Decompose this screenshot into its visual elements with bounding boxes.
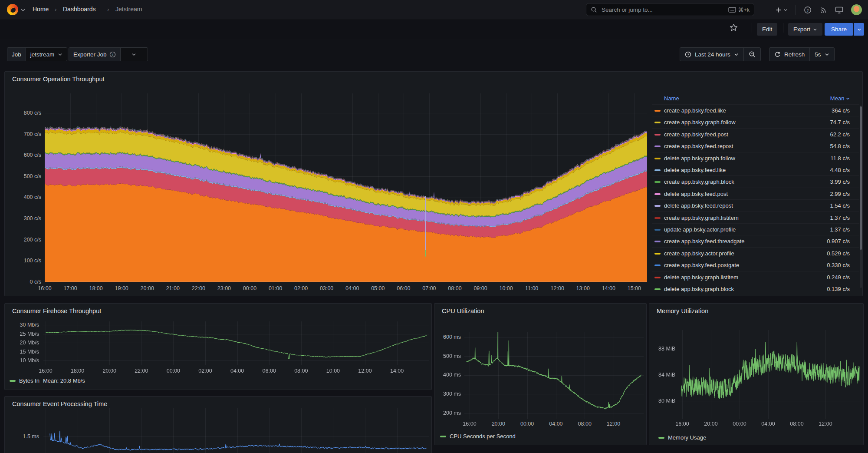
consumer-firehose-throughput-chart[interactable] — [43, 321, 429, 365]
kiosk-monitor-icon[interactable] — [835, 6, 843, 14]
panel-title[interactable]: Consumer Firehose Throughput — [12, 308, 101, 314]
series-name[interactable]: delete app.bsky.feed.like — [664, 167, 726, 173]
search-input[interactable] — [601, 6, 728, 13]
y-tick-label: 800 c/s — [7, 109, 41, 116]
series-name[interactable]: delete app.bsky.feed.post — [664, 191, 728, 197]
series-name[interactable]: update app.bsky.actor.profile — [664, 226, 736, 233]
panel-title[interactable]: Consumer Operation Throughput — [12, 76, 105, 83]
share-button[interactable]: Share — [825, 23, 853, 36]
legend-row[interactable]: update app.bsky.actor.profile1.37 c/s — [652, 223, 859, 235]
panel-title[interactable]: Consumer Event Processing Time — [12, 400, 107, 407]
cpu-legend-item[interactable]: CPU Seconds per Second — [440, 433, 516, 440]
edit-button[interactable]: Edit — [757, 23, 777, 36]
panel-title[interactable]: Memory Utilization — [657, 308, 708, 314]
star-icon[interactable] — [729, 23, 738, 32]
legend-row[interactable]: create app.bsky.feed.postgate0.330 c/s — [652, 259, 859, 271]
exporter-job-variable-value[interactable] — [120, 48, 148, 61]
news-rss-icon[interactable] — [819, 6, 827, 14]
series-name[interactable]: delete app.bsky.graph.listitem — [664, 274, 738, 281]
series-name[interactable]: create app.bsky.actor.profile — [664, 250, 734, 257]
export-button[interactable]: Export — [788, 23, 822, 36]
series-name[interactable]: create app.bsky.graph.follow — [664, 119, 736, 126]
series-name[interactable]: create app.bsky.feed.threadgate — [664, 238, 745, 245]
job-variable[interactable]: Job jetstream — [7, 47, 67, 61]
series-swatch — [654, 145, 661, 147]
refresh-button[interactable]: Refresh — [769, 48, 809, 61]
cpu-utilization-chart[interactable] — [464, 332, 644, 419]
series-name[interactable]: create app.bsky.feed.postgate — [664, 262, 739, 268]
series-mean-value: 364 c/s — [832, 107, 850, 114]
help-icon[interactable]: ? — [804, 6, 812, 14]
breadcrumb-separator: › — [55, 6, 56, 13]
x-tick-label: 06:00 — [391, 285, 417, 292]
legend-row[interactable]: delete app.bsky.feed.repost1.54 c/s — [652, 199, 859, 212]
chevron-down-icon — [734, 53, 739, 56]
x-tick-label: 20:00 — [486, 420, 510, 427]
series-name[interactable]: create app.bsky.graph.block — [664, 179, 734, 185]
series-name[interactable]: delete app.bsky.graph.follow — [664, 155, 735, 162]
grafana-logo-icon[interactable] — [7, 4, 18, 15]
memory-legend-item[interactable]: Memory Usage — [658, 434, 706, 441]
svg-text:i: i — [112, 53, 113, 56]
legend-row[interactable]: create app.bsky.graph.block3.99 c/s — [652, 175, 859, 188]
svg-text:?: ? — [806, 8, 809, 12]
firehose-legend-item[interactable]: Bytes In Mean: 20.8 Mb/s — [10, 377, 85, 384]
legend-row[interactable]: create app.bsky.actor.profile0.529 c/s — [652, 247, 859, 259]
legend-scrollbar-thumb[interactable] — [860, 106, 862, 250]
legend-row[interactable]: delete app.bsky.feed.post2.99 c/s — [652, 188, 859, 200]
legend-mean-header[interactable]: Mean — [830, 95, 850, 102]
y-tick-label: 200 ms — [430, 410, 461, 417]
legend-row[interactable]: create app.bsky.graph.listitem1.37 c/s — [652, 212, 859, 224]
search-box[interactable]: ⌘+k — [586, 3, 754, 16]
x-tick-label: 03:00 — [314, 285, 340, 292]
breadcrumb-dashboards[interactable]: Dashboards — [63, 6, 96, 13]
series-mean-value: 1.54 c/s — [830, 202, 850, 209]
legend-row[interactable]: delete app.bsky.graph.follow11.8 c/s — [652, 152, 859, 164]
series-name[interactable]: create app.bsky.feed.post — [664, 131, 728, 138]
refresh-interval-picker[interactable]: 5s — [810, 48, 834, 61]
series-swatch — [654, 193, 661, 195]
consumer-event-processing-time-chart[interactable] — [43, 408, 429, 453]
series-name[interactable]: create app.bsky.feed.repost — [664, 143, 733, 149]
toolbar-divider — [783, 23, 783, 33]
legend-row[interactable]: create app.bsky.feed.post62.2 c/s — [652, 128, 859, 140]
job-variable-value[interactable]: jetstream — [26, 48, 67, 61]
legend-row[interactable]: create app.bsky.feed.threadgate0.907 c/s — [652, 235, 859, 247]
legend-row[interactable]: delete app.bsky.feed.like4.48 c/s — [652, 164, 859, 176]
series-mean-value: 0.907 c/s — [827, 238, 850, 245]
legend-row[interactable]: create app.bsky.graph.follow74.7 c/s — [652, 116, 859, 128]
legend-row[interactable]: create app.bsky.feed.repost54.8 c/s — [652, 140, 859, 152]
x-tick-label: 22:00 — [129, 367, 154, 374]
series-swatch — [440, 436, 446, 437]
org-chevron-down-icon[interactable] — [20, 8, 26, 12]
x-tick-label: 04:00 — [544, 420, 568, 427]
time-range-picker[interactable]: Last 24 hours — [680, 48, 743, 61]
zoom-out-button[interactable] — [744, 48, 760, 61]
breadcrumb-home[interactable]: Home — [33, 6, 49, 13]
memory-utilization-chart[interactable] — [679, 330, 861, 419]
legend-row[interactable]: delete app.bsky.graph.listitem0.249 c/s — [652, 271, 859, 283]
share-dropdown-button[interactable] — [854, 23, 864, 36]
refresh-icon — [774, 51, 781, 58]
panel-title[interactable]: CPU Utilization — [442, 308, 484, 314]
series-name[interactable]: delete app.bsky.feed.repost — [664, 202, 733, 209]
add-new-button[interactable] — [775, 7, 788, 13]
series-swatch — [654, 229, 661, 231]
legend-row[interactable]: delete app.bsky.graph.block0.139 c/s — [652, 283, 859, 294]
chevron-down-icon — [783, 8, 788, 12]
x-tick-label: 06:00 — [257, 367, 281, 374]
toolbar-divider — [752, 23, 752, 33]
series-name[interactable]: create app.bsky.feed.like — [664, 107, 726, 114]
series-name[interactable]: delete app.bsky.graph.block — [664, 286, 734, 292]
consumer-operation-throughput-chart[interactable] — [45, 93, 647, 282]
series-swatch — [10, 380, 16, 382]
x-tick-label: 04:00 — [339, 285, 365, 292]
legend-name-header[interactable]: Name — [664, 95, 679, 102]
exporter-job-variable[interactable]: Exporter Job i — [69, 47, 148, 61]
refresh-controls: Refresh 5s — [769, 47, 835, 61]
legend-row[interactable]: create app.bsky.feed.like364 c/s — [652, 104, 859, 116]
series-swatch — [654, 134, 661, 136]
series-name[interactable]: create app.bsky.graph.listitem — [664, 215, 739, 221]
x-tick-label: 00:00 — [237, 285, 263, 292]
user-avatar[interactable] — [851, 4, 862, 15]
